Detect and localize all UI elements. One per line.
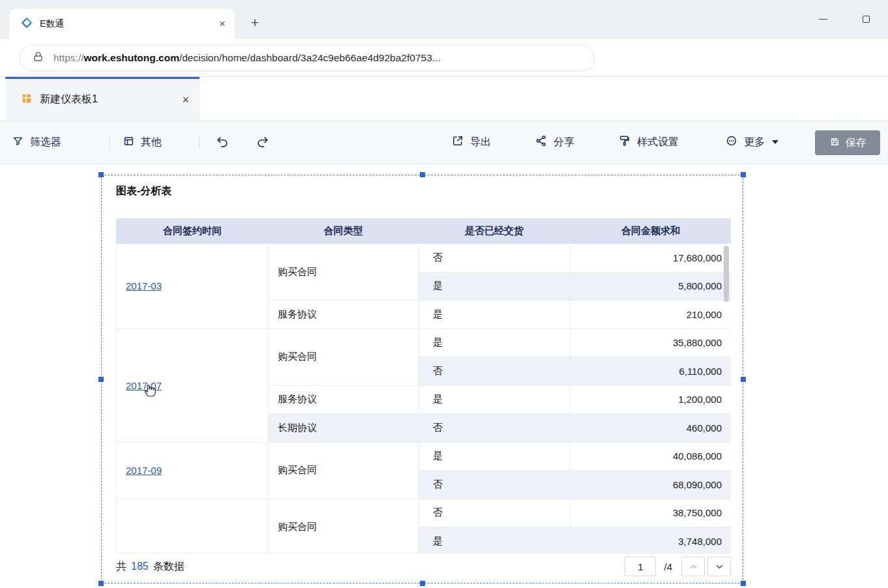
table-row: 购买合同否38,750,000 — [117, 499, 732, 527]
period-link[interactable]: 2017-09 — [126, 465, 162, 476]
browser-tab[interactable]: E数通 × — [9, 8, 235, 39]
style-settings-button[interactable]: 样式设置 — [618, 121, 679, 164]
period-link[interactable]: 2017-07 — [126, 380, 162, 391]
total-records-text: 共185条数据 — [116, 560, 185, 574]
resize-handle[interactable] — [420, 172, 425, 177]
share-label: 分享 — [554, 136, 574, 149]
app-tab-bar: 新建仪表板1 × — [0, 77, 888, 120]
column-header: 是否已经交货 — [419, 219, 570, 244]
maximize-icon — [863, 16, 870, 23]
page-up-button[interactable] — [681, 557, 705, 576]
site-favicon-icon — [21, 17, 33, 31]
save-button[interactable]: 保存 — [815, 130, 880, 155]
redo-button[interactable] — [256, 121, 270, 164]
amount-cell: 5,800,000 — [570, 272, 732, 301]
toolbar-divider — [199, 136, 200, 149]
amount-cell: 68,090,000 — [570, 471, 732, 499]
resize-handle[interactable] — [741, 581, 746, 586]
period-cell: 2017-09 — [117, 442, 269, 499]
delivered-cell: 是 — [419, 329, 570, 357]
resize-handle[interactable] — [98, 581, 104, 586]
delivered-cell: 是 — [419, 385, 570, 414]
amount-cell: 38,750,000 — [570, 499, 732, 527]
amount-cell: 210,000 — [570, 301, 732, 329]
export-icon — [451, 134, 464, 150]
window-maximize-button[interactable] — [855, 9, 876, 29]
delivered-cell: 否 — [419, 414, 570, 443]
dashboard-toolbar: 筛选器 其他 — [0, 120, 888, 164]
dashboard-tab[interactable]: 新建仪表板1 × — [5, 77, 200, 120]
style-brush-icon — [618, 134, 631, 150]
amount-cell: 35,880,000 — [570, 329, 732, 357]
dashboard-tab-title: 新建仪表板1 — [40, 93, 175, 106]
dashboard-canvas: 图表-分析表 合同签约时间合同类型是否已经交货合同金额求和2017-03购买合同… — [0, 164, 888, 588]
filter-label: 筛选器 — [30, 136, 61, 149]
table-row: 2017-07购买合同是35,880,000 — [117, 329, 732, 357]
filter-funnel-icon — [12, 135, 24, 150]
page-number-input[interactable] — [625, 557, 656, 576]
table-row: 2017-03购买合同否17,680,000 — [117, 244, 732, 272]
type-cell: 购买合同 — [269, 329, 419, 385]
amount-cell: 17,680,000 — [570, 244, 732, 272]
more-label: 更多 — [744, 136, 765, 149]
vertical-scrollbar-thumb[interactable] — [724, 246, 729, 302]
resize-handle[interactable] — [741, 172, 746, 177]
undo-button[interactable] — [215, 121, 229, 164]
resize-handle[interactable] — [98, 377, 104, 382]
resize-handle[interactable] — [98, 172, 104, 177]
more-ellipsis-icon — [725, 134, 738, 150]
pagination: /4 — [625, 557, 731, 576]
filter-button[interactable]: 筛选器 — [12, 121, 61, 164]
amount-cell: 40,086,000 — [570, 442, 732, 471]
amount-cell: 460,000 — [570, 414, 732, 443]
type-cell: 购买合同 — [269, 244, 419, 301]
share-button[interactable]: 分享 — [535, 121, 574, 164]
address-bar[interactable]: https://work.eshutong.com/decision/home/… — [20, 45, 595, 71]
amount-cell: 6,110,000 — [570, 357, 732, 386]
dashboard-tab-close-icon[interactable]: × — [182, 94, 189, 106]
widget-title: 图表-分析表 — [116, 184, 171, 198]
period-link[interactable]: 2017-03 — [126, 280, 162, 291]
other-window-icon — [123, 135, 135, 150]
page-down-button[interactable] — [707, 557, 731, 576]
browser-tab-strip: E数通 × + — [0, 0, 888, 39]
browser-tab-title: E数通 — [40, 18, 212, 30]
period-cell: 2017-03 — [117, 244, 269, 329]
browser-toolbar: https://work.eshutong.com/decision/home/… — [0, 39, 888, 77]
delivered-cell: 否 — [419, 244, 570, 272]
window-minimize-button[interactable] — [812, 9, 833, 29]
undo-icon — [215, 135, 229, 149]
tab-close-icon[interactable]: × — [219, 18, 226, 29]
delivered-cell: 是 — [419, 527, 570, 554]
lock-icon[interactable] — [32, 51, 44, 66]
screen: E数通 × + https://work.eshutong.com/decisi… — [0, 0, 888, 588]
resize-handle[interactable] — [741, 377, 746, 382]
type-cell: 长期协议 — [269, 414, 419, 443]
resize-handle[interactable] — [420, 581, 425, 586]
amount-cell: 1,200,000 — [570, 385, 732, 414]
table-scroll-area: 合同签约时间合同类型是否已经交货合同金额求和2017-03购买合同否17,680… — [116, 218, 731, 553]
table-row: 2017-09购买合同是40,086,000 — [117, 442, 732, 471]
other-button[interactable]: 其他 — [123, 121, 162, 164]
page-total-label: /4 — [664, 561, 672, 572]
dashboard-grid-icon — [21, 93, 33, 107]
export-button[interactable]: 导出 — [451, 121, 491, 164]
save-label: 保存 — [846, 136, 866, 150]
type-cell: 服务协议 — [269, 301, 419, 329]
redo-icon — [256, 135, 270, 149]
period-cell: 2017-07 — [117, 329, 269, 442]
other-label: 其他 — [141, 136, 162, 149]
delivered-cell: 否 — [419, 471, 570, 499]
analysis-table: 合同签约时间合同类型是否已经交货合同金额求和2017-03购买合同否17,680… — [116, 218, 731, 553]
type-cell: 服务协议 — [269, 385, 419, 414]
delivered-cell: 否 — [419, 499, 570, 527]
chevron-down-icon — [772, 140, 778, 144]
delivered-cell: 否 — [419, 357, 570, 386]
new-tab-button[interactable]: + — [246, 14, 263, 31]
table-footer: 共185条数据 /4 — [116, 555, 731, 578]
more-button[interactable]: 更多 — [725, 121, 778, 164]
style-settings-label: 样式设置 — [637, 136, 679, 149]
type-cell: 购买合同 — [269, 499, 419, 553]
toolbar-divider — [110, 136, 110, 149]
analysis-table-widget[interactable]: 图表-分析表 合同签约时间合同类型是否已经交货合同金额求和2017-03购买合同… — [101, 175, 743, 583]
